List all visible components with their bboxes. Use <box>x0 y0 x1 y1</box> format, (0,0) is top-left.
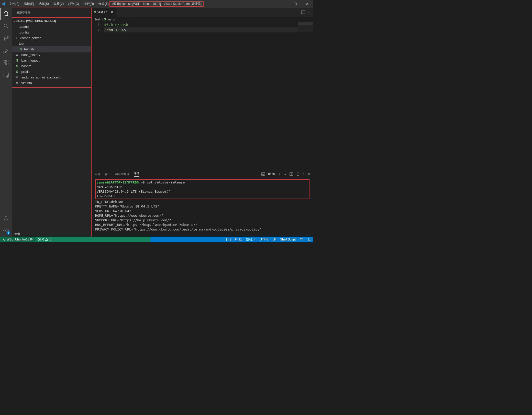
terminal-line: PRETTY_NAME="Ubuntu 18.04.5 LTS" <box>95 204 309 209</box>
activity-debug[interactable] <box>0 44 12 57</box>
menu-terminal[interactable]: 终端(T) <box>96 0 110 8</box>
code-content[interactable]: #!/bin/bash echo 12345 <box>104 22 313 170</box>
tree-item[interactable]: ⌄test <box>12 41 91 46</box>
status-bell-icon[interactable] <box>305 237 313 242</box>
tab-label: test.sh <box>97 10 107 14</box>
split-terminal-icon[interactable] <box>290 172 293 176</box>
chevron-right-icon: › <box>15 30 19 34</box>
tree-item[interactable]: $.bash_logout <box>12 57 91 63</box>
code-editor[interactable]: 1 2 #!/bin/bash echo 12345 <box>92 22 313 170</box>
panel-tab-output[interactable]: 输出 <box>105 172 110 176</box>
activity-explorer[interactable] <box>0 8 12 20</box>
panel-tab-problems[interactable]: 问题 <box>95 172 100 176</box>
svg-point-17 <box>5 230 7 231</box>
kill-terminal-icon[interactable] <box>296 172 300 176</box>
menu-bar: 文件(F) 编辑(E) 选择(S) 查看(V) 转到(G) 运行(R) 终端(T… <box>7 0 126 8</box>
terminal-shell-label[interactable]: bash <box>268 172 275 176</box>
outline-header[interactable]: › 大纲 <box>12 231 91 237</box>
status-lang[interactable]: Shell Script <box>278 237 298 242</box>
terminal-body[interactable]: cause@LAPTOP-I2NFFR68:~$ cat /etc/os-rel… <box>92 178 313 237</box>
status-encoding[interactable]: UTF-8 <box>258 237 270 242</box>
status-bar: WSL: Ubuntu-18.04 0 0 行 2，列 11 空格: 4 UTF… <box>0 237 313 242</box>
tree-item[interactable]: ›.config <box>12 29 91 35</box>
minimize-button[interactable]: ─ <box>278 0 290 8</box>
tab-close-icon[interactable]: ✕ <box>110 10 113 14</box>
debug-icon <box>3 48 9 54</box>
activity-account[interactable] <box>0 212 12 224</box>
terminal-launch-icon[interactable] <box>261 172 265 176</box>
split-editor-icon[interactable] <box>301 10 305 14</box>
panel-tab-terminal[interactable]: 终端 <box>134 171 139 177</box>
status-remote-label: WSL: Ubuntu-18.04 <box>7 238 34 241</box>
activity-extensions[interactable] <box>0 57 12 69</box>
terminal-prompt-user: cause@LAPTOP-I2NFFR68 <box>97 180 139 184</box>
tree-item[interactable]: $test.sh <box>12 46 91 52</box>
terminal-dropdown-icon[interactable]: ⌄ <box>284 172 286 176</box>
menu-edit[interactable]: 编辑(E) <box>22 0 36 8</box>
more-actions-icon[interactable]: ··· <box>308 10 311 14</box>
tree-item-label: .bash_history <box>20 53 40 57</box>
text-file-icon: ≡ <box>15 53 19 57</box>
window-title: test.sh - cause [WSL: Ubuntu-18.04] - Vi… <box>109 1 204 7</box>
extensions-icon <box>3 60 9 66</box>
line-gutter: 1 2 <box>92 22 104 170</box>
status-spaces[interactable]: 空格: 4 <box>244 237 258 242</box>
terminal-line: NAME="Ubuntu" <box>97 185 308 189</box>
status-problems[interactable]: 0 0 <box>36 237 53 242</box>
error-icon <box>38 238 41 241</box>
panel-tab-debug[interactable]: 调试控制台 <box>115 172 129 176</box>
minimap-slider[interactable] <box>298 22 313 25</box>
sidebar-header: 资源管理器 ··· <box>12 8 91 17</box>
line-number: 1 <box>92 22 100 27</box>
root-label: CAUSE [WSL: UBUNTU-18.04] <box>16 19 56 22</box>
status-lncol[interactable]: 行 2，列 11 <box>224 237 244 242</box>
svg-point-2 <box>4 36 5 37</box>
search-icon <box>3 23 9 29</box>
tree-item-label: .bashrc <box>20 64 31 68</box>
activity-settings[interactable]: 1 <box>0 224 12 237</box>
new-terminal-icon[interactable]: ＋ <box>278 172 281 176</box>
terminal-prompt-dollar: $ <box>143 180 145 184</box>
close-panel-icon[interactable]: ✕ <box>307 172 310 176</box>
svg-rect-7 <box>4 61 6 62</box>
tab-test-sh[interactable]: $ test.sh ✕ <box>92 8 116 17</box>
close-button[interactable]: ✕ <box>301 0 313 8</box>
tree-item[interactable]: ≡.viminfo <box>12 80 91 86</box>
status-feedback-icon[interactable] <box>298 237 305 242</box>
tree-item-label: .sudo_as_admin_successful <box>20 75 62 79</box>
menu-view[interactable]: 查看(V) <box>51 0 66 8</box>
tree-item[interactable]: ›.cache <box>12 24 91 29</box>
breadcrumb-file[interactable]: test.sh <box>107 18 116 21</box>
tree-item[interactable]: ≡.bash_history <box>12 52 91 57</box>
menu-goto[interactable]: 转到(G) <box>66 0 81 8</box>
activity-scm[interactable] <box>0 32 12 44</box>
terminal-line: VERSION="18.04.5 LTS (Bionic Beaver)" <box>97 189 308 194</box>
tree-item-label: .cache <box>19 25 29 29</box>
status-remote[interactable]: WSL: Ubuntu-18.04 <box>0 237 36 242</box>
tree-item-label: .vscode-server <box>19 36 41 40</box>
menu-select[interactable]: 选择(S) <box>37 0 51 8</box>
tree-item[interactable]: ≡.sudo_as_admin_successful <box>12 74 91 80</box>
vscode-logo-icon <box>0 2 7 6</box>
settings-badge: 1 <box>7 231 10 235</box>
shell-file-icon: $ <box>15 70 19 74</box>
line-number: 2 <box>92 27 100 32</box>
tree-item[interactable]: $.profile <box>12 69 91 74</box>
menu-run[interactable]: 运行(R) <box>82 0 96 8</box>
activity-search[interactable] <box>0 20 12 32</box>
shell-file-icon: $ <box>104 18 106 21</box>
breadcrumb-folder[interactable]: test <box>95 18 100 21</box>
shell-file-icon: $ <box>15 59 19 62</box>
sidebar-more-icon[interactable]: ··· <box>85 11 87 14</box>
breadcrumbs[interactable]: test › $ test.sh <box>92 17 313 22</box>
activity-remote[interactable] <box>0 69 12 81</box>
status-eol[interactable]: LF <box>270 237 278 242</box>
tree-item[interactable]: $.bashrc <box>12 63 91 69</box>
tree-root[interactable]: ⌄ CAUSE [WSL: UBUNTU-18.04] <box>12 18 91 24</box>
maximize-button[interactable]: ☐ <box>290 0 301 8</box>
maximize-panel-icon[interactable]: ^ <box>303 172 304 176</box>
svg-rect-10 <box>6 60 8 62</box>
chevron-right-icon: › <box>15 25 19 28</box>
menu-file[interactable]: 文件(F) <box>7 0 21 8</box>
tree-item[interactable]: ›.vscode-server <box>12 35 91 41</box>
